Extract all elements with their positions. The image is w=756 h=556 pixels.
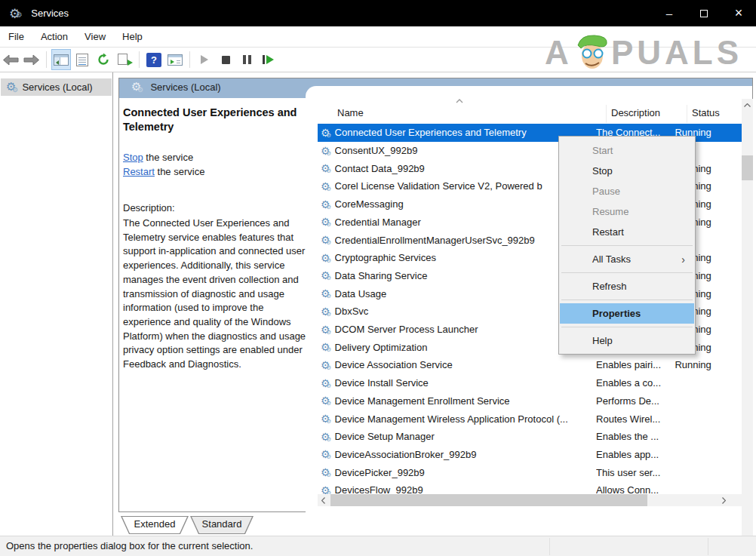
tab-extended[interactable]: Extended	[121, 516, 189, 534]
table-row[interactable]: ⚙ Device Management Enrollment Service P…	[318, 392, 742, 410]
service-name-cell: Device Management Enrollment Service	[335, 395, 597, 407]
column-separator[interactable]	[687, 105, 687, 123]
properties-doc-icon	[76, 54, 88, 66]
tree-item-services-local[interactable]: ⚙ Services (Local)	[1, 78, 112, 96]
scroll-right-arrow-icon[interactable]	[718, 494, 730, 506]
menu-file[interactable]: File	[0, 26, 32, 47]
forward-button[interactable]	[22, 49, 41, 70]
status-bar: Opens the properties dialog box for the …	[0, 536, 756, 556]
context-menu-item-stop[interactable]: Stop	[559, 161, 695, 181]
table-row[interactable]: ⚙ DeviceAssociationBroker_992b9 Enables …	[318, 446, 742, 464]
context-menu-separator	[561, 245, 693, 246]
table-row[interactable]: ⚙ Device Association Service Enables pai…	[318, 356, 742, 374]
column-header-name[interactable]: Name	[337, 107, 364, 118]
table-row[interactable]: ⚙ DevicePicker_992b9 This user ser...	[318, 463, 742, 481]
refresh-button[interactable]	[94, 49, 113, 70]
restart-icon	[263, 55, 274, 64]
column-separator[interactable]	[606, 105, 607, 123]
stop-service-link[interactable]: Stop	[123, 152, 143, 163]
console-tree-panel: ⚙ Services (Local)	[0, 72, 113, 536]
restart-service-link[interactable]: Restart	[123, 166, 155, 177]
context-menu-item-resume[interactable]: Resume	[559, 201, 695, 222]
context-menu-separator	[561, 300, 693, 300]
menu-help[interactable]: Help	[114, 26, 151, 47]
help-button[interactable]: ?	[144, 49, 164, 70]
table-row[interactable]: ⚙ Device Management Wireless Application…	[318, 410, 742, 428]
toolbar: ?	[0, 48, 756, 72]
back-arrow-icon	[2, 54, 19, 66]
context-menu: StartStopPauseResumeRestartAll Tasks›Ref…	[558, 136, 696, 355]
restart-line-suffix: the service	[155, 166, 204, 177]
stop-icon	[222, 56, 230, 64]
maximize-icon	[700, 10, 708, 17]
status-text: Opens the properties dialog box for the …	[6, 540, 253, 551]
context-menu-item-label: Properties	[592, 308, 641, 319]
service-name-cell: Device Install Service	[335, 377, 597, 389]
service-description-cell: Enables the ...	[596, 431, 675, 442]
context-menu-item-pause[interactable]: Pause	[559, 181, 695, 201]
back-button[interactable]	[1, 49, 20, 70]
minimize-button[interactable]: –	[652, 0, 687, 26]
service-name-cell: DeviceAssociationBroker_992b9	[335, 449, 597, 460]
context-menu-item-all-tasks[interactable]: All Tasks›	[559, 249, 695, 269]
service-gear-icon: ⚙	[321, 146, 330, 156]
context-menu-item-start[interactable]: Start	[559, 140, 695, 161]
action-pane-toggle-button[interactable]	[165, 49, 185, 70]
services-gear-icon: ⚙	[9, 6, 20, 21]
table-row[interactable]: ⚙ Device Install Service Enables a co...	[318, 374, 742, 392]
start-service-button[interactable]	[195, 49, 214, 70]
help-icon: ?	[146, 53, 161, 67]
service-name-cell: Contact Data_992b9	[335, 163, 597, 174]
service-gear-icon: ⚙	[321, 342, 330, 352]
context-menu-item-refresh[interactable]: Refresh	[559, 276, 695, 296]
service-gear-icon: ⚙	[321, 395, 330, 406]
tab-standard[interactable]: Standard	[190, 516, 254, 534]
service-description-cell: Enables a co...	[596, 377, 675, 389]
column-header-description[interactable]: Description	[611, 107, 660, 118]
close-button[interactable]: ×	[721, 0, 756, 26]
list-header: Name Description Status	[318, 105, 742, 123]
context-menu-item-label: Start	[592, 145, 613, 156]
context-menu-item-label: Pause	[592, 186, 620, 197]
scroll-left-arrow-icon[interactable]	[318, 494, 329, 506]
menu-view[interactable]: View	[76, 26, 114, 47]
service-gear-icon: ⚙	[321, 288, 330, 299]
toolbar-separator	[139, 51, 140, 68]
context-menu-item-restart[interactable]: Restart	[559, 222, 695, 242]
pause-service-button[interactable]	[237, 49, 257, 70]
export-list-button[interactable]	[115, 49, 134, 70]
scroll-up-arrow-icon[interactable]	[742, 99, 753, 111]
column-header-status[interactable]: Status	[692, 107, 720, 118]
service-name-cell: Data Usage	[335, 288, 597, 300]
vertical-scroll-thumb[interactable]	[742, 155, 753, 180]
context-menu-separator	[561, 272, 693, 273]
context-menu-item-label: Help	[592, 335, 613, 346]
play-icon	[201, 55, 208, 64]
service-name-cell: Device Association Service	[335, 359, 597, 370]
stop-service-button[interactable]	[216, 49, 235, 70]
table-row[interactable]: ⚙ Device Setup Manager Enables the ...	[318, 428, 742, 446]
service-description-cell: This user ser...	[596, 467, 675, 478]
service-name-cell: Cryptographic Services	[335, 252, 597, 263]
vertical-scrollbar[interactable]	[742, 99, 753, 556]
menu-action[interactable]: Action	[32, 26, 76, 47]
service-name-cell: Credential Manager	[335, 217, 597, 228]
context-menu-item-help[interactable]: Help	[559, 330, 695, 351]
title-bar: ⚙ Services – ×	[0, 0, 756, 26]
service-name-cell: CredentialEnrollmentManagerUserSvc_992b9	[335, 235, 597, 246]
horizontal-scrollbar[interactable]	[318, 494, 742, 506]
restart-service-button[interactable]	[258, 49, 278, 70]
tree-item-label: Services (Local)	[22, 81, 92, 93]
service-gear-icon: ⚙	[321, 127, 330, 138]
description-label: Description:	[123, 202, 175, 213]
service-gear-icon: ⚙	[321, 413, 330, 424]
console-tree-toggle-button[interactable]	[51, 49, 71, 70]
tab-standard-label: Standard	[202, 518, 242, 530]
context-menu-item-properties[interactable]: Properties	[560, 303, 694, 324]
properties-toolbar-button[interactable]	[72, 49, 92, 70]
maximize-button[interactable]	[687, 0, 721, 26]
context-menu-item-label: Restart	[592, 226, 624, 238]
service-gear-icon: ⚙	[321, 360, 330, 370]
service-name-cell: Device Management Wireless Application P…	[335, 413, 597, 425]
horizontal-scroll-thumb[interactable]	[330, 494, 647, 506]
